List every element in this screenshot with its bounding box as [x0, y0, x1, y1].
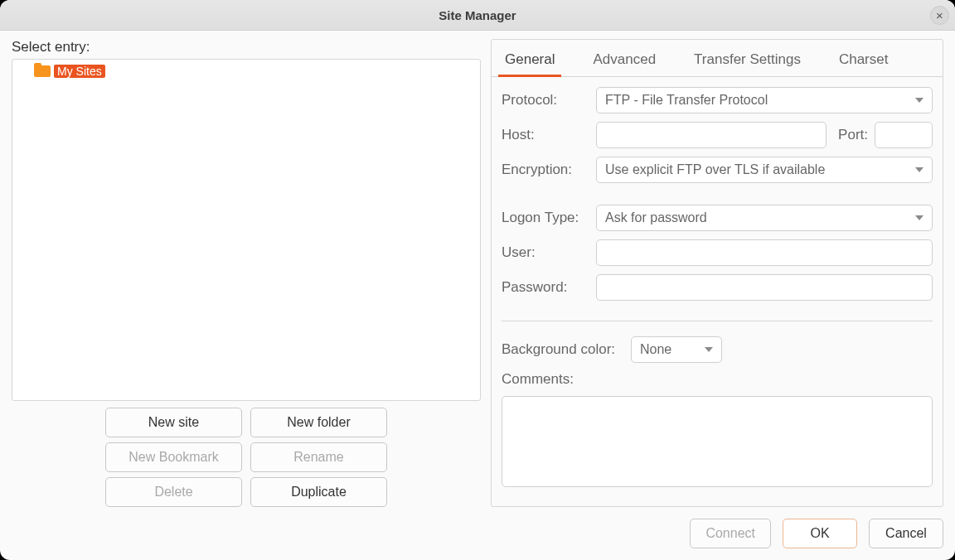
- bgcolor-value: None: [640, 342, 671, 357]
- rename-button: Rename: [250, 442, 387, 472]
- logon-type-label: Logon Type:: [502, 210, 589, 226]
- user-label: User:: [502, 244, 589, 261]
- tree-item-label: My Sites: [54, 65, 105, 78]
- row-encryption: Encryption: Use explicit FTP over TLS if…: [502, 157, 933, 183]
- new-bookmark-button: New Bookmark: [105, 442, 242, 472]
- bgcolor-select[interactable]: None: [631, 336, 722, 363]
- chevron-down-icon: [915, 215, 923, 220]
- comments-label: Comments:: [502, 371, 933, 388]
- divider: [502, 321, 933, 321]
- tree-item-my-sites[interactable]: My Sites: [17, 65, 475, 78]
- main-panes: Select entry: My Sites New site New fold…: [12, 39, 943, 507]
- chevron-down-icon: [915, 98, 923, 103]
- row-password: Password:: [502, 274, 933, 301]
- user-input-wrap: [596, 239, 933, 266]
- close-button[interactable]: ×: [930, 6, 949, 25]
- row-user: User:: [502, 239, 933, 266]
- password-label: Password:: [502, 279, 589, 296]
- ok-button[interactable]: OK: [783, 519, 857, 548]
- new-folder-button[interactable]: New folder: [250, 408, 387, 437]
- encryption-label: Encryption:: [502, 162, 589, 178]
- chevron-down-icon: [705, 347, 713, 352]
- tab-transfer-settings[interactable]: Transfer Settings: [687, 46, 807, 76]
- port-label: Port:: [833, 127, 868, 143]
- encryption-select[interactable]: Use explicit FTP over TLS if available: [596, 157, 933, 183]
- host-input[interactable]: [605, 127, 817, 143]
- tab-bar: General Advanced Transfer Settings Chars…: [492, 40, 943, 77]
- comments-textarea[interactable]: [502, 396, 933, 487]
- row-bgcolor: Background color: None: [502, 336, 933, 363]
- encryption-value: Use explicit FTP over TLS if available: [605, 162, 825, 177]
- site-tree[interactable]: My Sites: [12, 59, 481, 401]
- general-form: Protocol: FTP - File Transfer Protocol H…: [502, 77, 933, 487]
- dialog-footer: Connect OK Cancel: [12, 507, 943, 548]
- right-pane: General Advanced Transfer Settings Chars…: [491, 39, 943, 507]
- tab-advanced[interactable]: Advanced: [586, 46, 662, 76]
- row-protocol: Protocol: FTP - File Transfer Protocol: [502, 87, 933, 113]
- new-site-button[interactable]: New site: [105, 408, 242, 437]
- host-label: Host:: [502, 127, 589, 143]
- cancel-button[interactable]: Cancel: [869, 519, 943, 548]
- host-input-wrap: [596, 122, 827, 148]
- dialog-body: Select entry: My Sites New site New fold…: [0, 31, 955, 560]
- password-input-wrap: [596, 274, 933, 301]
- user-input[interactable]: [605, 244, 923, 261]
- chevron-down-icon: [915, 167, 923, 172]
- delete-button: Delete: [105, 477, 242, 507]
- window-title: Site Manager: [439, 8, 516, 22]
- password-input[interactable]: [605, 279, 923, 296]
- port-input[interactable]: [884, 127, 923, 143]
- row-logon: Logon Type: Ask for password: [502, 205, 933, 231]
- titlebar: Site Manager ×: [0, 0, 955, 31]
- protocol-value: FTP - File Transfer Protocol: [605, 93, 768, 108]
- row-host: Host: Port:: [502, 122, 933, 148]
- protocol-select[interactable]: FTP - File Transfer Protocol: [596, 87, 933, 113]
- tab-general[interactable]: General: [498, 46, 561, 76]
- bgcolor-label: Background color:: [502, 341, 624, 358]
- select-entry-label: Select entry:: [12, 39, 481, 56]
- protocol-label: Protocol:: [502, 92, 589, 109]
- port-input-wrap: [875, 122, 933, 148]
- logon-type-select[interactable]: Ask for password: [596, 205, 933, 231]
- left-pane: Select entry: My Sites New site New fold…: [12, 39, 481, 507]
- tab-charset[interactable]: Charset: [832, 46, 895, 76]
- site-buttons: New site New folder New Bookmark Rename …: [12, 408, 481, 507]
- logon-type-value: Ask for password: [605, 210, 707, 225]
- connect-button: Connect: [690, 519, 771, 548]
- duplicate-button[interactable]: Duplicate: [250, 477, 387, 507]
- site-manager-dialog: Site Manager × Select entry: My Sites Ne…: [0, 0, 955, 560]
- close-icon: ×: [936, 8, 943, 22]
- folder-icon: [34, 65, 51, 77]
